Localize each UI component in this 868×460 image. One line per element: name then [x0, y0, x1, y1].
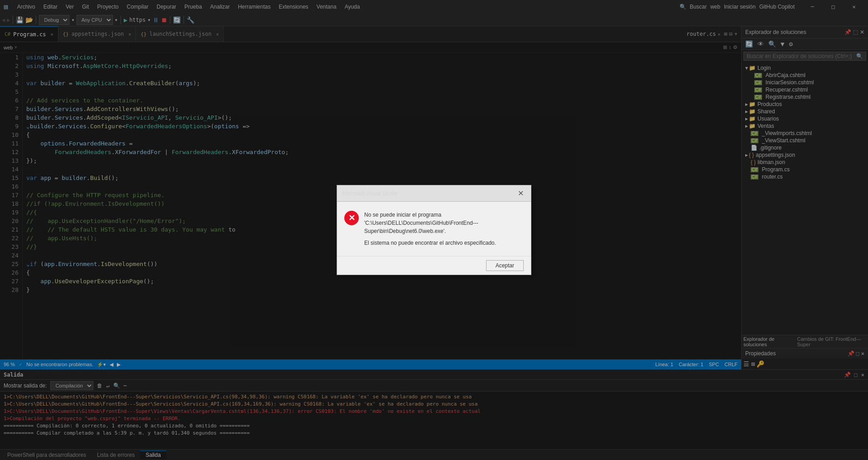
dialog-overlay: Microsoft Visual Studio ✕ ✕ No se puede …: [0, 0, 868, 460]
dialog-spacer: [364, 235, 524, 239]
dialog-message: No se puede iniciar el programa 'C:\User…: [364, 211, 524, 247]
x-icon: ✕: [348, 213, 355, 223]
dialog-error-icon: ✕: [344, 211, 359, 225]
dialog-close-button[interactable]: ✕: [516, 189, 526, 198]
dialog-message-line2: 'C:\Users\DELL\Documents\GitHub\FrontEnd…: [364, 219, 524, 235]
dialog-body: ✕ No se puede iniciar el programa 'C:\Us…: [337, 202, 531, 256]
dialog-title-label: Microsoft Visual Studio: [342, 190, 398, 197]
dialog-footer: Aceptar: [337, 256, 531, 275]
dialog-ok-button[interactable]: Aceptar: [486, 260, 524, 271]
dialog-message-line1: No se puede iniciar el programa: [364, 211, 524, 219]
error-dialog: Microsoft Visual Studio ✕ ✕ No se puede …: [337, 185, 531, 275]
dialog-title-bar: Microsoft Visual Studio ✕: [337, 185, 531, 202]
dialog-message-line4: El sistema no puede encontrar el archivo…: [364, 239, 524, 247]
